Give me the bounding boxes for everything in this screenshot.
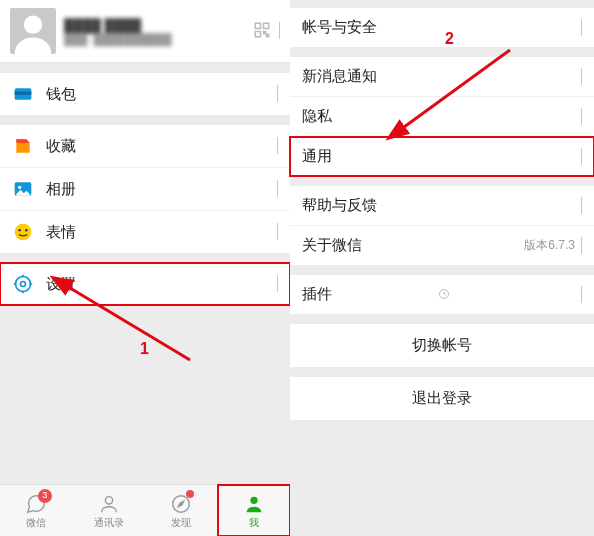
- svg-rect-4: [264, 31, 266, 33]
- tab-contacts[interactable]: 通讯录: [73, 485, 146, 536]
- about-row[interactable]: 关于微信 版本6.7.3: [290, 226, 594, 265]
- help-feedback-row[interactable]: 帮助与反馈: [290, 186, 594, 226]
- privacy-label: 隐私: [302, 107, 581, 126]
- help-feedback-label: 帮助与反馈: [302, 196, 581, 215]
- svg-point-22: [250, 496, 257, 503]
- svg-rect-5: [267, 34, 269, 36]
- svg-rect-1: [255, 23, 260, 28]
- chevron-right-icon: [581, 20, 582, 36]
- settings-screen: 帐号与安全 新消息通知 隐私 通用 帮助与反馈: [290, 0, 594, 536]
- me-icon: [242, 492, 266, 516]
- chevron-right-icon: [581, 149, 582, 165]
- settings-label: 设置: [46, 275, 277, 294]
- switch-account-row[interactable]: 切换帐号: [290, 324, 594, 367]
- chevron-right-icon: [581, 198, 582, 214]
- discover-dot: [186, 490, 194, 498]
- svg-point-10: [15, 224, 32, 241]
- profile-sub: ███: ██████████: [64, 33, 247, 45]
- tab-chat[interactable]: 3 微信: [0, 485, 73, 536]
- switch-account-label: 切换帐号: [412, 336, 472, 353]
- gear-icon: [12, 273, 34, 295]
- chevron-right-icon: [277, 181, 278, 197]
- favorites-label: 收藏: [46, 137, 277, 156]
- tab-me[interactable]: 我: [218, 485, 291, 536]
- new-msg-notify-label: 新消息通知: [302, 67, 581, 86]
- account-security-row[interactable]: 帐号与安全: [290, 8, 594, 47]
- annotation-step2: 2: [445, 30, 454, 48]
- account-security-label: 帐号与安全: [302, 18, 581, 37]
- privacy-row[interactable]: 隐私: [290, 97, 594, 137]
- chevron-right-icon: [277, 138, 278, 154]
- album-icon: [12, 178, 34, 200]
- tab-me-label: 我: [249, 516, 259, 530]
- tab-contacts-label: 通讯录: [94, 516, 124, 530]
- chevron-right-icon: [277, 276, 278, 292]
- favorites-row[interactable]: 收藏: [0, 125, 290, 168]
- stickers-label: 表情: [46, 223, 277, 242]
- svg-marker-21: [179, 501, 185, 507]
- avatar: [10, 8, 56, 54]
- svg-point-9: [18, 186, 21, 189]
- stickers-icon: [12, 221, 34, 243]
- favorites-icon: [12, 135, 34, 157]
- qr-icon[interactable]: [253, 21, 271, 42]
- general-label: 通用: [302, 147, 581, 166]
- svg-point-13: [16, 277, 31, 292]
- chevron-right-icon: [277, 224, 278, 240]
- chevron-right-icon: [581, 238, 582, 254]
- chevron-right-icon: [581, 109, 582, 125]
- svg-rect-7: [15, 92, 32, 95]
- chat-badge: 3: [38, 489, 52, 503]
- chevron-right-icon: [581, 69, 582, 85]
- plugins-row[interactable]: 插件: [290, 275, 594, 314]
- chevron-right-icon: [277, 86, 278, 102]
- version-label: 版本6.7.3: [524, 237, 575, 254]
- chevron-right-icon: [279, 23, 280, 39]
- tab-chat-label: 微信: [26, 516, 46, 530]
- clock-icon: [438, 287, 450, 303]
- logout-label: 退出登录: [412, 389, 472, 406]
- stickers-row[interactable]: 表情: [0, 211, 290, 253]
- album-label: 相册: [46, 180, 277, 199]
- logout-row[interactable]: 退出登录: [290, 377, 594, 420]
- tab-bar: 3 微信 通讯录 发现 我: [0, 484, 290, 536]
- about-label: 关于微信: [302, 236, 524, 255]
- chevron-right-icon: [581, 287, 582, 303]
- contacts-icon: [97, 492, 121, 516]
- plugins-label: 插件: [302, 285, 434, 304]
- svg-point-14: [21, 282, 26, 287]
- svg-point-0: [24, 16, 42, 34]
- tab-discover[interactable]: 发现: [145, 485, 218, 536]
- album-row[interactable]: 相册: [0, 168, 290, 211]
- profile-row[interactable]: ████ ████ ███: ██████████: [0, 0, 290, 63]
- annotation-step1: 1: [140, 340, 149, 358]
- profile-text: ████ ████ ███: ██████████: [64, 18, 247, 45]
- svg-rect-2: [264, 23, 269, 28]
- tab-discover-label: 发现: [171, 516, 191, 530]
- wallet-row[interactable]: 钱包: [0, 73, 290, 115]
- settings-row[interactable]: 设置: [0, 263, 290, 305]
- wallet-label: 钱包: [46, 85, 277, 104]
- general-row[interactable]: 通用: [290, 137, 594, 176]
- new-msg-notify-row[interactable]: 新消息通知: [290, 57, 594, 97]
- profile-name: ████ ████: [64, 18, 247, 33]
- svg-point-19: [105, 496, 112, 503]
- wallet-icon: [12, 83, 34, 105]
- svg-point-11: [18, 229, 21, 232]
- me-screen: ████ ████ ███: ██████████ 钱包: [0, 0, 290, 536]
- svg-rect-3: [255, 31, 260, 36]
- svg-point-12: [25, 229, 28, 232]
